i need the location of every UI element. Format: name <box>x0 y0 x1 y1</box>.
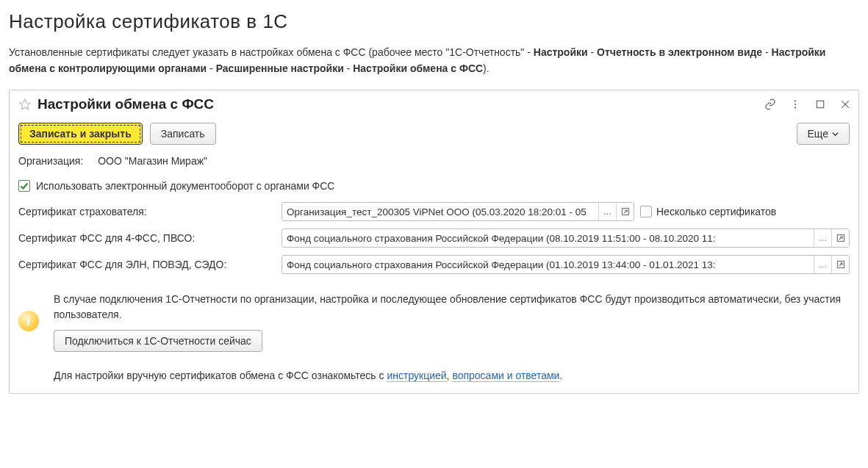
open-button[interactable] <box>831 256 849 273</box>
select-button[interactable]: … <box>814 229 831 247</box>
breadcrumb-part-1: Настройки <box>534 46 588 58</box>
cert-insurer-input[interactable] <box>282 203 598 220</box>
breadcrumb: Установленные сертификаты следует указат… <box>9 45 859 76</box>
cert-eln-label: Сертификат ФСС для ЭЛН, ПОВЭД, СЭДО: <box>18 259 281 270</box>
svg-point-3 <box>795 107 796 109</box>
cert-insurer-label: Сертификат страхователя: <box>18 206 281 217</box>
open-button[interactable] <box>831 229 849 247</box>
faq-link[interactable]: вопросами и ответами <box>452 370 559 382</box>
breadcrumb-part-2: Отчетность в электронном виде <box>597 46 762 58</box>
cert-4fss-label: Сертификат ФСС для 4-ФСС, ПВСО: <box>18 232 281 244</box>
cert-eln-input[interactable] <box>282 256 814 273</box>
breadcrumb-sep: - <box>588 46 597 58</box>
breadcrumb-sep: - <box>207 62 215 74</box>
cert-4fss-row: Сертификат ФСС для 4-ФСС, ПВСО: … <box>18 228 850 248</box>
chevron-down-icon <box>832 131 839 137</box>
open-button[interactable] <box>616 203 634 220</box>
open-link-icon <box>836 260 845 269</box>
edo-checkbox[interactable] <box>18 180 30 192</box>
multi-cert-checkbox[interactable]: Несколько сертификатов <box>640 206 776 217</box>
breadcrumb-sep: - <box>344 62 353 74</box>
breadcrumb-sep: - <box>762 46 771 58</box>
organization-row: Организация: ООО "Магазин Мираж" <box>18 155 850 167</box>
select-button[interactable]: … <box>814 256 831 273</box>
open-link-icon <box>621 207 630 216</box>
footer-end: . <box>559 370 562 381</box>
select-button[interactable]: … <box>598 203 616 220</box>
cert-4fss-input[interactable] <box>282 229 814 247</box>
close-icon[interactable] <box>839 98 851 110</box>
svg-marker-0 <box>20 99 30 109</box>
svg-point-2 <box>795 104 796 105</box>
kebab-menu-icon[interactable] <box>789 98 801 110</box>
instruction-link[interactable]: инструкцией <box>387 370 446 382</box>
cert-insurer-row: Сертификат страхователя: … Несколько сер… <box>18 202 850 221</box>
settings-window: Настройки обмена с ФСС Записать и закрыт… <box>9 90 859 394</box>
toolbar: Записать и закрыть Записать Еще <box>10 120 858 155</box>
connect-1c-button[interactable]: Подключиться к 1С-Отчетности сейчас <box>54 330 262 352</box>
organization-value: ООО "Магазин Мираж" <box>98 155 207 167</box>
checkbox-empty-icon[interactable] <box>640 206 652 217</box>
favorite-star-icon[interactable] <box>18 98 32 111</box>
save-and-close-button[interactable]: Записать и закрыть <box>18 123 143 145</box>
breadcrumb-part-4: Расширенные настройки <box>216 62 344 74</box>
more-button-label: Еще <box>808 128 829 140</box>
svg-point-1 <box>795 101 796 102</box>
organization-label: Организация: <box>18 155 83 167</box>
breadcrumb-part-5: Настройки обмена с ФСС <box>353 62 483 74</box>
maximize-icon[interactable] <box>814 98 826 110</box>
svg-rect-4 <box>817 101 823 108</box>
save-button[interactable]: Записать <box>150 123 216 145</box>
page-heading: Настройка сертификатов в 1С <box>9 10 859 33</box>
info-text: В случае подключения 1С-Отчетности по ор… <box>54 292 850 323</box>
edo-checkbox-row[interactable]: Использовать электронный документооборот… <box>18 180 850 192</box>
more-button[interactable]: Еще <box>797 123 850 145</box>
breadcrumb-intro: Установленные сертификаты следует указат… <box>9 46 534 58</box>
edo-checkbox-label: Использовать электронный документооборот… <box>36 180 334 192</box>
window-titlebar: Настройки обмена с ФСС <box>10 90 858 120</box>
breadcrumb-end: ). <box>483 62 489 74</box>
info-icon: i <box>18 311 39 331</box>
multi-cert-label: Несколько сертификатов <box>656 206 776 217</box>
cert-eln-row: Сертификат ФСС для ЭЛН, ПОВЭД, СЭДО: … <box>18 255 850 274</box>
footer-text: Для настройки вручную сертификатов обмен… <box>54 370 850 381</box>
window-title-text: Настройки обмена с ФСС <box>37 96 214 112</box>
footer-pre: Для настройки вручную сертификатов обмен… <box>54 370 387 381</box>
open-link-icon <box>836 234 845 242</box>
link-icon[interactable] <box>764 98 776 110</box>
